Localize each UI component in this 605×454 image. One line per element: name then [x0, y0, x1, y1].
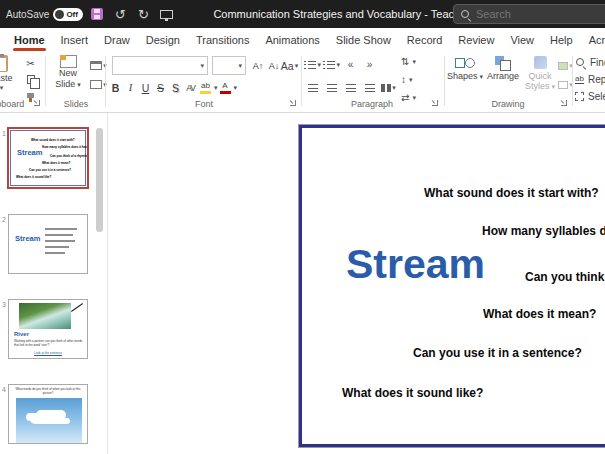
undo-button[interactable]: ↺	[111, 4, 129, 24]
text-highlight-button[interactable]: ab	[198, 79, 213, 96]
paragraph-group-label: Paragraph	[302, 99, 442, 109]
redo-button[interactable]: ↻	[134, 4, 152, 24]
justify-button[interactable]	[361, 80, 378, 95]
paragraph-dialog-launcher-icon[interactable]	[431, 99, 439, 107]
slides-group: New Slide ▾ ▾ ▾ Slides	[46, 52, 106, 110]
question-textbox[interactable]: What sound does it start with?	[424, 186, 599, 200]
text-direction-button[interactable]: ⇅▾	[398, 54, 428, 69]
align-left-button[interactable]	[304, 80, 321, 95]
paste-button[interactable]: Paste ▾	[0, 55, 18, 101]
change-case-label: Aa	[281, 60, 294, 72]
font-size-combobox[interactable]: ▾	[212, 56, 246, 75]
thumbnail-scrollbar[interactable]	[96, 128, 103, 232]
shapes-button[interactable]: Shapes▾	[447, 56, 483, 102]
question-textbox[interactable]: What does it sound like?	[342, 386, 483, 400]
slide-number: 2	[2, 216, 6, 223]
slide-thumbnail-2[interactable]: 2 Stream	[8, 214, 88, 274]
select-button[interactable]: Select ▾	[575, 91, 605, 102]
chevron-down-icon: ▾	[336, 61, 340, 69]
columns-button[interactable]: ▾	[380, 80, 397, 95]
underline-button[interactable]: U	[138, 79, 153, 96]
present-button[interactable]	[157, 4, 175, 24]
slide-canvas: What sound does it start with? How many …	[109, 113, 605, 454]
align-center-icon	[327, 84, 337, 92]
paste-icon	[0, 55, 8, 72]
arrange-button[interactable]: Arrange	[485, 56, 521, 102]
mini-word: Stream	[17, 149, 42, 157]
new-slide-icon	[60, 55, 77, 68]
cut-button[interactable]: ✂	[22, 56, 39, 71]
thumbnail-preview: River Working with a partner can you thi…	[9, 300, 87, 358]
word-textbox[interactable]: Stream	[346, 242, 485, 287]
question-textbox[interactable]: Can you think of a rhyming word?	[525, 270, 605, 284]
slide-number: 3	[2, 301, 6, 308]
chevron-down-icon: ▾	[295, 62, 299, 70]
autosave-toggle[interactable]: AutoSave Off	[6, 8, 83, 21]
clipboard-dialog-launcher-icon[interactable]	[33, 99, 41, 107]
drawing-dialog-launcher-icon[interactable]	[560, 99, 568, 107]
tab-home[interactable]: Home	[6, 30, 53, 52]
quick-styles-button[interactable]: Quick Styles▾	[523, 56, 557, 102]
tab-animations[interactable]: Animations	[257, 30, 327, 52]
font-color-button[interactable]: A	[218, 79, 233, 96]
question-textbox[interactable]: How many syllables does it have?	[482, 224, 605, 238]
editing-group: Find ab Replace ▾ Select ▾	[573, 52, 605, 110]
group-divider	[105, 56, 106, 106]
numbering-button[interactable]: ▾	[323, 57, 340, 72]
tab-view[interactable]: View	[502, 30, 542, 52]
tab-review[interactable]: Review	[450, 30, 502, 52]
search-input[interactable]	[476, 8, 586, 20]
bold-button[interactable]: B	[108, 79, 123, 96]
quick-styles-label-line2: Styles	[525, 82, 550, 92]
font-name-combobox[interactable]: ▾	[112, 56, 208, 75]
character-spacing-button[interactable]: AV	[183, 79, 198, 96]
change-case-button[interactable]: Aa▾	[282, 57, 297, 74]
replace-button[interactable]: ab Replace ▾	[575, 74, 605, 85]
text-direction-icon: ⇅	[401, 56, 409, 67]
mini-question: What sound does it start with?	[31, 139, 75, 142]
font-dialog-launcher-icon[interactable]	[289, 99, 297, 107]
tab-acrobat[interactable]: Acrobat	[581, 30, 605, 52]
increase-font-size-button[interactable]: A↑	[250, 61, 266, 71]
tab-slide-show[interactable]: Slide Show	[328, 30, 399, 52]
chevron-down-icon: ▾	[552, 83, 556, 91]
decrease-indent-button[interactable]: «	[342, 57, 359, 72]
align-right-button[interactable]	[342, 80, 359, 95]
tab-record[interactable]: Record	[399, 30, 450, 52]
new-slide-label-line1: New	[59, 69, 77, 79]
search-box[interactable]	[453, 4, 605, 24]
slide-editing-area[interactable]: What sound does it start with? How many …	[299, 125, 605, 447]
slide-thumbnail-3[interactable]: 3 River Working with a partner can you t…	[8, 299, 88, 359]
slide-thumbnail-4[interactable]: 4 What words do you think of when you lo…	[8, 384, 88, 444]
slide-number: 1	[2, 130, 6, 137]
strikethrough-button[interactable]: S	[153, 79, 168, 96]
tab-design[interactable]: Design	[138, 30, 188, 52]
tab-transitions[interactable]: Transitions	[188, 30, 257, 52]
question-textbox[interactable]: Can you use it in a sentence?	[413, 346, 582, 360]
decrease-font-size-button[interactable]: A↓	[266, 61, 282, 71]
new-slide-button[interactable]: New Slide ▾	[48, 55, 88, 103]
align-center-button[interactable]	[323, 80, 340, 95]
italic-button[interactable]: I	[123, 79, 138, 96]
autosave-switch[interactable]: Off	[53, 8, 83, 21]
tab-insert[interactable]: Insert	[53, 30, 97, 52]
monitor-icon	[160, 10, 173, 19]
tab-draw[interactable]: Draw	[96, 30, 138, 52]
text-shadow-button[interactable]: S	[168, 79, 183, 96]
document-title: Communication Strategies and Vocabulary …	[213, 8, 493, 20]
reset-icon	[90, 80, 102, 89]
highlight-label: ab	[201, 82, 210, 90]
chevron-down-icon: ▾	[480, 73, 484, 81]
find-button[interactable]: Find	[575, 57, 605, 68]
align-text-button[interactable]: ↕▾	[398, 72, 428, 87]
shape-fill-icon	[558, 62, 568, 70]
save-button[interactable]	[88, 4, 106, 24]
question-textbox[interactable]: What does it mean?	[483, 307, 596, 321]
toggle-knob-icon	[55, 10, 64, 19]
tab-help[interactable]: Help	[542, 30, 581, 52]
slide-thumbnail-1[interactable]: 1 What sound does it start with? How man…	[7, 127, 89, 189]
copy-button[interactable]	[22, 72, 39, 87]
increase-indent-button[interactable]: »	[361, 57, 378, 72]
drawing-group: Shapes▾ Arrange Quick Styles▾ ▾ ▾ Drawin…	[445, 52, 571, 110]
bullets-button[interactable]: ▾	[304, 57, 321, 72]
